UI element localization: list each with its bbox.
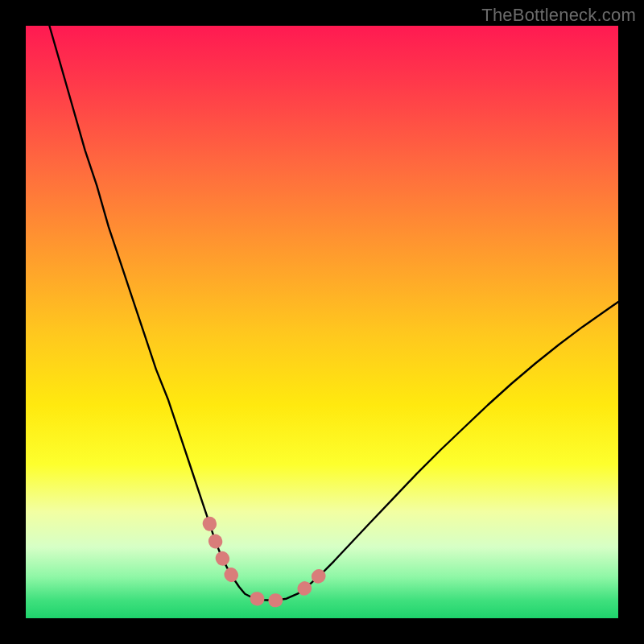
curve-path [49, 26, 618, 601]
marker-group [209, 523, 322, 601]
chart-plot-area [26, 26, 618, 618]
chart-svg [26, 26, 618, 618]
watermark-text: TheBottleneck.com [481, 5, 636, 26]
right-marker-segment [304, 573, 322, 588]
left-marker-segment [209, 523, 239, 587]
chart-frame: TheBottleneck.com [0, 0, 644, 644]
bottom-marker-segment [257, 599, 287, 601]
